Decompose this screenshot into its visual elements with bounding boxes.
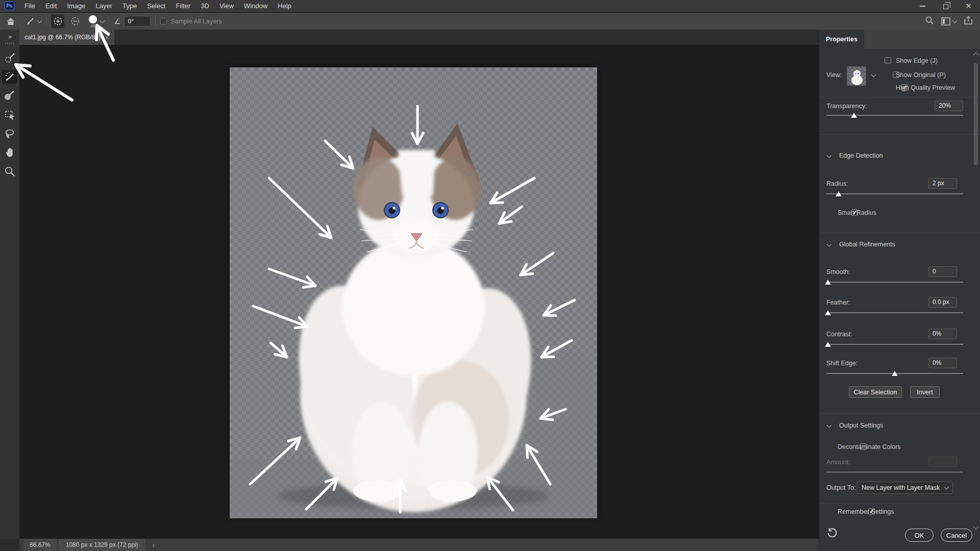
transparency-slider[interactable]: [826, 112, 963, 118]
cancel-button[interactable]: Cancel: [941, 529, 972, 542]
sample-all-layers-checkbox[interactable]: [160, 18, 167, 24]
add-to-selection-button[interactable]: [51, 15, 64, 28]
slider-thumb[interactable]: [836, 191, 842, 196]
hand-tool[interactable]: [2, 145, 17, 159]
panel-scrollbar[interactable]: [973, 52, 978, 532]
output-settings-title: Output Settings: [839, 422, 883, 429]
menu-item-window[interactable]: Window: [239, 0, 273, 12]
refine-brush-preset-icon[interactable]: [25, 16, 41, 27]
slider-thumb[interactable]: [892, 371, 898, 376]
separator: [20, 16, 20, 27]
invert-button[interactable]: Invert: [910, 386, 940, 398]
brush-size-control[interactable]: 46: [89, 14, 97, 29]
output-settings-header[interactable]: Output Settings: [827, 422, 883, 429]
menu-item-select[interactable]: Select: [142, 0, 170, 12]
share-icon[interactable]: [964, 16, 973, 27]
menu-item-image[interactable]: Image: [62, 0, 90, 12]
refine-edge-brush-tool[interactable]: [2, 70, 17, 84]
angle-input[interactable]: [124, 16, 151, 27]
radius-slider[interactable]: [826, 191, 963, 197]
menu-item-type[interactable]: Type: [117, 0, 142, 12]
document-canvas[interactable]: [230, 67, 597, 518]
close-button[interactable]: ✕: [957, 0, 980, 12]
shift-edge-input[interactable]: 0%: [928, 358, 957, 368]
slider-thumb[interactable]: [825, 310, 831, 315]
view-mode-thumbnail[interactable]: [847, 66, 866, 86]
separator: [155, 16, 156, 27]
menu-item-filter[interactable]: Filter: [170, 0, 195, 12]
slider-track[interactable]: [826, 344, 963, 345]
radius-input[interactable]: 2 px: [928, 178, 957, 189]
home-icon[interactable]: [6, 17, 15, 26]
radius-label: Radius:: [826, 180, 848, 187]
menu-items: FileEditImageLayerTypeSelectFilter3DView…: [19, 0, 297, 12]
ok-button[interactable]: OK: [905, 529, 934, 542]
menu-item-file[interactable]: File: [19, 0, 40, 12]
scroll-down-icon[interactable]: [973, 523, 978, 529]
divider: [819, 233, 980, 233]
chevron-down-icon: [827, 241, 832, 246]
remember-settings-label: Remember Settings: [838, 508, 894, 515]
expand-panel-icon[interactable]: »: [8, 33, 11, 40]
slider-thumb[interactable]: [825, 342, 831, 347]
feather-slider[interactable]: [826, 310, 963, 316]
clear-selection-button[interactable]: Clear Selection: [849, 386, 902, 398]
transparency-input[interactable]: 20%: [935, 101, 963, 111]
search-icon[interactable]: [925, 16, 934, 27]
chevron-down-icon[interactable]: [100, 18, 105, 23]
edge-detection-title: Edge Detection: [839, 152, 883, 159]
minimize-button[interactable]: [911, 0, 934, 12]
global-refinements-header[interactable]: Global Refinements: [827, 241, 895, 248]
slider-track[interactable]: [826, 115, 963, 116]
output-to-label: Output To:: [826, 484, 855, 491]
menu-item-help[interactable]: Help: [273, 0, 297, 12]
zoom-level-input[interactable]: 66.67%: [23, 539, 57, 551]
subtract-from-selection-button[interactable]: [68, 15, 82, 28]
slider-track[interactable]: [826, 193, 963, 194]
output-to-dropdown[interactable]: New Layer with Layer Mask: [857, 482, 953, 494]
slider-thumb[interactable]: [851, 113, 857, 118]
divider: [819, 134, 980, 135]
reset-icon[interactable]: [826, 528, 838, 540]
window-controls: ✕: [911, 0, 980, 12]
brush-tool[interactable]: [2, 89, 17, 103]
close-icon: ✕: [965, 2, 972, 10]
menu-item-view[interactable]: View: [214, 0, 239, 12]
scrollbar-thumb[interactable]: [974, 63, 978, 165]
slider-track: [826, 471, 963, 473]
smooth-input[interactable]: 0: [928, 266, 957, 277]
edge-detection-header[interactable]: Edge Detection: [827, 152, 883, 159]
slider-track[interactable]: [826, 312, 963, 313]
feather-input[interactable]: 0.0 px: [928, 297, 957, 308]
workspace-switcher-button[interactable]: [941, 17, 957, 26]
zoom-tool[interactable]: [2, 164, 17, 178]
lasso-tool[interactable]: [2, 127, 17, 140]
tool-options-bar: 46 ∠ Sample All Layers: [0, 13, 980, 30]
smooth-slider[interactable]: [826, 279, 963, 285]
menu-item-3d[interactable]: 3D: [195, 0, 214, 12]
restore-button[interactable]: [934, 0, 957, 12]
object-selection-tool[interactable]: [2, 108, 17, 121]
view-mode-chevron-icon[interactable]: [871, 72, 876, 78]
contrast-input[interactable]: 0%: [928, 329, 957, 339]
amount-slider-disabled: [826, 469, 963, 475]
slider-track[interactable]: [826, 282, 963, 283]
contrast-slider[interactable]: [826, 341, 963, 347]
chevron-down-icon: [944, 485, 949, 490]
document-dimensions: 1080 px x 1329 px (72 ppi): [59, 539, 145, 551]
slider-thumb[interactable]: [825, 280, 831, 285]
tab-close-icon[interactable]: ×: [105, 34, 109, 41]
status-chevron-icon[interactable]: ›: [153, 541, 155, 549]
document-tab[interactable]: cat1.jpg @ 66.7% (RGB/8#) ×: [19, 30, 114, 45]
divider: [819, 97, 980, 97]
quick-selection-tool[interactable]: [2, 51, 17, 65]
properties-tab[interactable]: Properties: [819, 30, 864, 49]
scroll-up-icon[interactable]: [973, 52, 978, 58]
show-edge-checkbox[interactable]: [885, 57, 891, 64]
shift-edge-slider[interactable]: [826, 370, 963, 377]
high-quality-preview-label: High Quality Preview: [896, 84, 955, 91]
menu-item-edit[interactable]: Edit: [40, 0, 62, 12]
menu-item-layer[interactable]: Layer: [91, 0, 118, 12]
status-bar: 66.67% 1080 px x 1329 px (72 ppi) ›: [19, 539, 819, 551]
divider: [819, 503, 980, 504]
